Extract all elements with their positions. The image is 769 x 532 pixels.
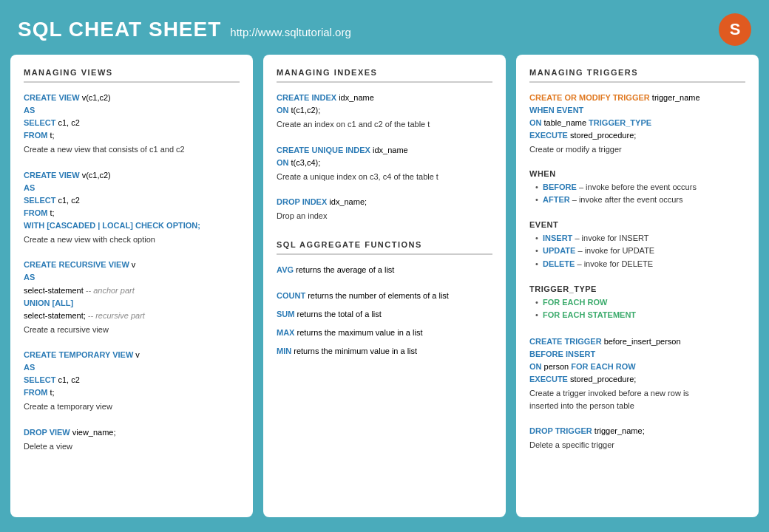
code-line: select-statement; -- recursive part: [24, 310, 240, 322]
section-create-temp-view: CREATE TEMPORARY VIEW v AS SELECT c1, c2…: [24, 349, 240, 413]
code-line: WITH [CASCADED | LOCAL] CHECK OPTION;: [24, 219, 240, 232]
aggregate-title: SQL AGGREGATE FUNCTIONS: [277, 240, 492, 255]
code-line: SELECT c1, c2: [24, 194, 240, 207]
code-line: SUM returns the total of a list: [277, 308, 492, 321]
section-create-unique-index: CREATE UNIQUE INDEX idx_name ON t(c3,c4)…: [277, 144, 492, 183]
code-line: CREATE OR MODIFY TRIGGER trigger_name: [529, 92, 745, 104]
code-line: MIN returns the minimum value in a list: [277, 345, 492, 358]
panel-views-title: MANAGING VIEWS: [24, 68, 240, 83]
code-line: AVG returns the average of a list: [277, 264, 492, 276]
section-aggregate: SQL AGGREGATE FUNCTIONS AVG returns the …: [277, 240, 492, 358]
list-item: AFTER – invoke after the event occurs: [535, 194, 745, 207]
section-drop-index: DROP INDEX idx_name; Drop an index: [277, 196, 492, 222]
code-line: SELECT c1, c2: [24, 374, 240, 386]
trigger-type-list: FOR EACH ROW FOR EACH STATEMENT: [529, 296, 745, 322]
list-item: UPDATE – invoke for UPDATE: [535, 245, 745, 258]
section-desc: Create a recursive view: [24, 324, 240, 336]
code-line: ON table_name TRIGGER_TYPE: [529, 117, 745, 129]
when-list: BEFORE – invoke before the event occurs …: [529, 181, 745, 207]
code-line: CREATE RECURSIVE VIEW v: [24, 259, 240, 271]
code-line: CREATE INDEX idx_name: [277, 92, 492, 104]
section-create-trigger-example: CREATE TRIGGER before_insert_person BEFO…: [529, 335, 745, 412]
code-line: AS: [24, 361, 240, 374]
section-desc: Drop an index: [277, 210, 492, 222]
section-event: EVENT INSERT – invoke for INSERT UPDATE …: [529, 220, 745, 271]
subtitle-event: EVENT: [529, 220, 745, 229]
header-left: SQL CHEAT SHEET http://www.sqltutorial.o…: [18, 18, 351, 41]
list-item: BEFORE – invoke before the event occurs: [535, 181, 745, 194]
code-line: FROM t;: [24, 207, 240, 219]
code-line: WHEN EVENT: [529, 104, 745, 117]
subtitle-when: WHEN: [529, 169, 745, 178]
code-line: COUNT returns the number of elements of …: [277, 290, 492, 302]
section-create-view-1: CREATE VIEW v(c1,c2) AS SELECT c1, c2 FR…: [24, 92, 240, 156]
code-line: AS: [24, 182, 240, 194]
list-item: DELETE – invoke for DELETE: [535, 258, 745, 271]
section-create-modify-trigger: CREATE OR MODIFY TRIGGER trigger_name WH…: [529, 92, 745, 156]
section-desc: Delete a view: [24, 440, 240, 453]
panel-views: MANAGING VIEWS CREATE VIEW v(c1,c2) AS S…: [10, 55, 253, 517]
aggregate-count: COUNT returns the number of elements of …: [277, 290, 492, 302]
aggregate-min: MIN returns the minimum value in a list: [277, 345, 492, 358]
section-desc: Create or modify a trigger: [529, 143, 745, 156]
panel-indexes: MANAGING INDEXES CREATE INDEX idx_name O…: [263, 55, 506, 517]
subtitle-trigger-type: TRIGGER_TYPE: [529, 284, 745, 293]
event-list: INSERT – invoke for INSERT UPDATE – invo…: [529, 232, 745, 271]
panel-triggers: MANAGING TRIGGERS CREATE OR MODIFY TRIGG…: [516, 55, 759, 517]
section-create-view-2: CREATE VIEW v(c1,c2) AS SELECT c1, c2 FR…: [24, 169, 240, 246]
list-item: FOR EACH STATEMENT: [535, 309, 745, 322]
code-line: DROP TRIGGER trigger_name;: [529, 425, 745, 437]
header-url: http://www.sqltutorial.org: [230, 26, 350, 38]
code-line: ON person FOR EACH ROW: [529, 361, 745, 373]
aggregate-sum: SUM returns the total of a list: [277, 308, 492, 321]
aggregate-max: MAX returns the maximum value in a list: [277, 327, 492, 339]
code-line: DROP INDEX idx_name;: [277, 196, 492, 208]
code-line: CREATE VIEW v(c1,c2): [24, 169, 240, 182]
section-desc: Create a new view that consists of c1 an…: [24, 143, 240, 156]
code-line: UNION [ALL]: [24, 297, 240, 310]
section-drop-view: DROP VIEW view_name; Delete a view: [24, 426, 240, 453]
section-desc: Create a new view with check option: [24, 233, 240, 246]
code-line: CREATE TEMPORARY VIEW v: [24, 349, 240, 361]
section-create-index: CREATE INDEX idx_name ON t(c1,c2); Creat…: [277, 92, 492, 131]
code-line: select-statement -- anchor part: [24, 284, 240, 297]
aggregate-avg: AVG returns the average of a list: [277, 264, 492, 276]
panel-triggers-title: MANAGING TRIGGERS: [529, 68, 745, 83]
code-line: FROM t;: [24, 386, 240, 399]
section-desc: Create an index on c1 and c2 of the tabl…: [277, 118, 492, 131]
panel-indexes-title: MANAGING INDEXES: [277, 68, 492, 83]
code-line: CREATE TRIGGER before_insert_person: [529, 335, 745, 348]
code-line: SELECT c1, c2: [24, 117, 240, 129]
section-desc: Delete a specific trigger: [529, 439, 745, 451]
code-line: AS: [24, 104, 240, 117]
code-line: ON t(c3,c4);: [277, 157, 492, 169]
code-line: CREATE UNIQUE INDEX idx_name: [277, 144, 492, 157]
page-title: SQL CHEAT SHEET: [18, 18, 221, 41]
code-line: FROM t;: [24, 129, 240, 142]
section-desc: Create a trigger invoked before a new ro…: [529, 387, 745, 412]
code-line: AS: [24, 271, 240, 284]
site-logo: S: [719, 13, 751, 46]
section-create-recursive-view: CREATE RECURSIVE VIEW v AS select-statem…: [24, 259, 240, 335]
list-item: FOR EACH ROW: [535, 296, 745, 310]
section-trigger-type: TRIGGER_TYPE FOR EACH ROW FOR EACH STATE…: [529, 284, 745, 322]
code-line: CREATE VIEW v(c1,c2): [24, 92, 240, 104]
code-line: EXECUTE stored_procedure;: [529, 373, 745, 386]
code-line: EXECUTE stored_procedure;: [529, 129, 745, 142]
code-line: MAX returns the maximum value in a list: [277, 327, 492, 339]
list-item: INSERT – invoke for INSERT: [535, 232, 745, 245]
section-drop-trigger: DROP TRIGGER trigger_name; Delete a spec…: [529, 425, 745, 451]
section-when: WHEN BEFORE – invoke before the event oc…: [529, 169, 745, 207]
section-desc: Create a unique index on c3, c4 of the t…: [277, 171, 492, 183]
code-line: BEFORE INSERT: [529, 348, 745, 361]
main-content: MANAGING VIEWS CREATE VIEW v(c1,c2) AS S…: [0, 55, 769, 528]
code-line: DROP VIEW view_name;: [24, 426, 240, 439]
section-desc: Create a temporary view: [24, 400, 240, 413]
header: SQL CHEAT SHEET http://www.sqltutorial.o…: [0, 0, 769, 55]
code-line: ON t(c1,c2);: [277, 104, 492, 117]
